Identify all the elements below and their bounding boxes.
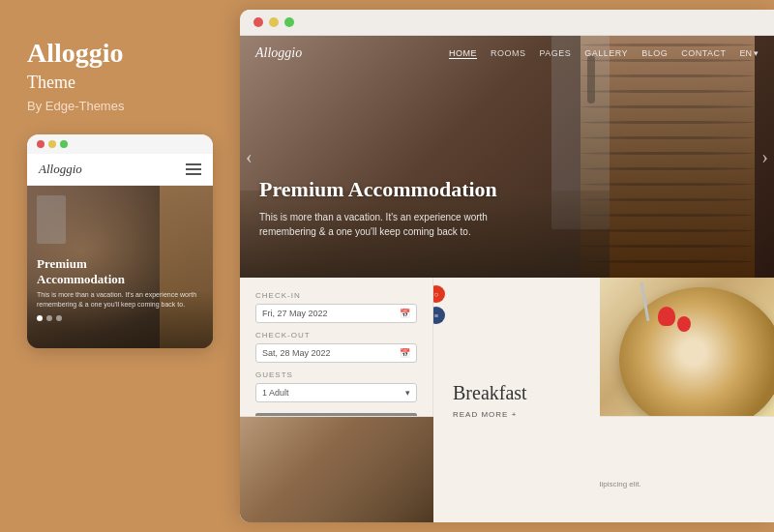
- site-hero-desc: This is more than a vacation. It's an ex…: [259, 210, 511, 239]
- breakfast-section: Breakfast READ MORE + ○ ≡: [433, 278, 600, 522]
- site-hero: Alloggio HOME ROOMS PAGES GALLERY BLOG C…: [240, 36, 774, 278]
- site-nav: Alloggio HOME ROOMS PAGES GALLERY BLOG C…: [240, 36, 774, 71]
- second-row-image: [240, 417, 433, 522]
- nav-pages[interactable]: PAGES: [539, 48, 571, 58]
- nav-blog[interactable]: BLOG: [641, 48, 668, 58]
- breakfast-read-more[interactable]: READ MORE +: [453, 410, 580, 419]
- nav-contact[interactable]: CONTACT: [681, 48, 726, 58]
- mobile-hero-text: PremiumAccommodation This is more than a…: [37, 256, 203, 321]
- food-bowl-decoration: [619, 287, 774, 432]
- browser-minimize-btn[interactable]: [269, 17, 279, 27]
- carousel-dot-1: [37, 315, 43, 321]
- mobile-hero-title: PremiumAccommodation: [37, 256, 203, 286]
- site-hero-text: Premium Accommodation This is more than …: [259, 177, 511, 239]
- mobile-carousel-dots: [37, 315, 203, 321]
- berry-decoration: [677, 316, 691, 332]
- chevron-down-icon: ▾: [405, 388, 410, 398]
- mobile-dot-yellow: [48, 140, 56, 148]
- nav-home[interactable]: HOME: [449, 48, 477, 59]
- mobile-hero-desc: This is more than a vacation. It's an ex…: [37, 290, 203, 310]
- site-logo: Alloggio: [255, 45, 302, 61]
- browser-close-btn[interactable]: [253, 17, 263, 27]
- checkout-label: CHECK-OUT: [255, 331, 417, 340]
- site-nav-links: HOME ROOMS PAGES GALLERY BLOG CONTACT EN…: [449, 48, 759, 59]
- strawberry-decoration: [658, 307, 675, 326]
- mobile-mockup: Alloggio PremiumAccommodation This is mo…: [27, 134, 213, 348]
- theme-by: By Edge-Themes: [27, 99, 124, 113]
- checkout-input[interactable]: Sat, 28 May 2022 📅: [255, 343, 417, 363]
- browser-maximize-btn[interactable]: [284, 17, 294, 27]
- hero-next-arrow[interactable]: ›: [761, 146, 768, 168]
- mobile-top-bar: [27, 134, 213, 154]
- browser-content: Alloggio HOME ROOMS PAGES GALLERY BLOG C…: [240, 36, 774, 522]
- mobile-hero: PremiumAccommodation This is more than a…: [27, 186, 213, 348]
- nav-rooms[interactable]: ROOMS: [491, 48, 526, 58]
- carousel-dot-3: [56, 315, 62, 321]
- browser-window: Alloggio HOME ROOMS PAGES GALLERY BLOG C…: [240, 10, 774, 522]
- blue-circle-icon: ≡: [433, 307, 445, 324]
- guests-value: 1 Adult: [262, 388, 289, 398]
- calendar-icon: 📅: [400, 309, 410, 318]
- hero-prev-arrow[interactable]: ‹: [246, 146, 253, 168]
- theme-subtitle: Theme: [27, 73, 75, 93]
- checkin-value: Fri, 27 May 2022: [262, 309, 328, 318]
- checkout-value: Sat, 28 May 2022: [262, 348, 331, 358]
- left-panel: Alloggio Theme By Edge-Themes Alloggio P…: [0, 0, 240, 532]
- carousel-dot-2: [46, 315, 52, 321]
- breakfast-title: Breakfast: [453, 382, 580, 404]
- checkin-label: CHECK-IN: [255, 291, 417, 300]
- fork-decoration: [640, 282, 650, 321]
- hamburger-icon[interactable]: [186, 163, 201, 175]
- browser-top-bar: [240, 10, 774, 36]
- guests-label: GUESTS: [255, 370, 417, 379]
- mobile-dot-green: [60, 140, 68, 148]
- mobile-dot-red: [37, 140, 45, 148]
- nav-lang[interactable]: EN ▾: [739, 48, 759, 58]
- red-circle-icon: ○: [433, 285, 445, 303]
- calendar-icon-2: 📅: [400, 348, 410, 358]
- theme-title: Alloggio: [27, 38, 124, 68]
- mobile-nav-logo: Alloggio: [39, 162, 82, 177]
- nav-gallery[interactable]: GALLERY: [584, 48, 628, 58]
- guests-select[interactable]: 1 Adult ▾: [255, 383, 417, 402]
- mobile-nav: Alloggio: [27, 154, 213, 186]
- site-hero-title: Premium Accommodation: [259, 177, 511, 202]
- checkin-input[interactable]: Fri, 27 May 2022 📅: [255, 304, 417, 323]
